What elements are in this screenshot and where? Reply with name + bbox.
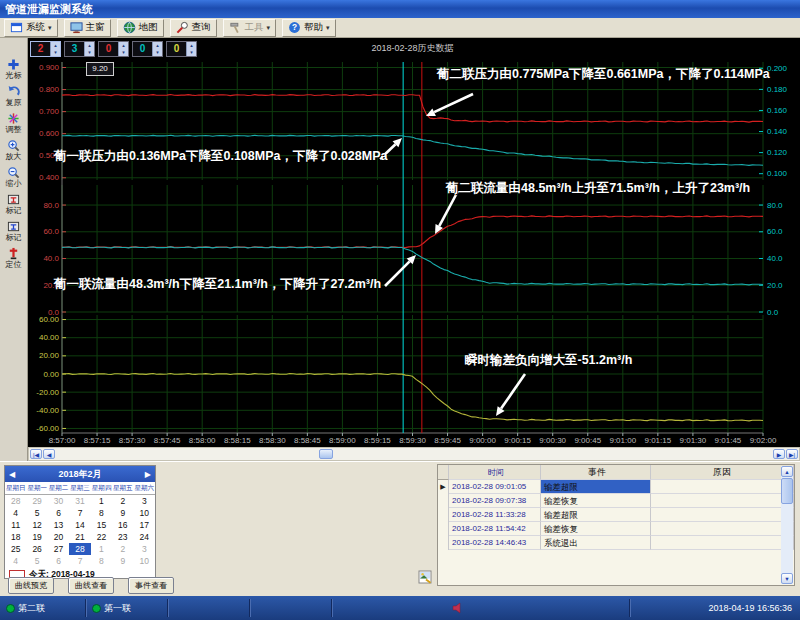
right-axis-label: 0.180 bbox=[767, 85, 788, 94]
calendar-day[interactable]: 4 bbox=[5, 507, 26, 519]
scroll-end-button[interactable]: ▶| bbox=[786, 449, 798, 459]
alarm-speaker-icon[interactable] bbox=[452, 602, 464, 614]
zoom-out-icon bbox=[7, 166, 20, 179]
calendar-day[interactable]: 19 bbox=[26, 531, 47, 543]
spinner-down-icon[interactable]: ▾ bbox=[51, 49, 60, 56]
calendar-day[interactable]: 1 bbox=[91, 543, 112, 555]
calendar-day[interactable]: 27 bbox=[48, 543, 69, 555]
time-scrollbar[interactable]: |◀ ◀ ▶ ▶| bbox=[28, 447, 800, 461]
event-row[interactable]: 2018-02-28 11:33:28输差超限 bbox=[438, 508, 794, 522]
calendar-day[interactable]: 7 bbox=[69, 555, 90, 567]
image-export-icon[interactable] bbox=[418, 570, 432, 584]
calendar-day[interactable]: 8 bbox=[91, 507, 112, 519]
statusbar-datetime: 2018-04-19 16:56:36 bbox=[708, 596, 792, 620]
calendar-day[interactable]: 8 bbox=[91, 555, 112, 567]
scroll-home-button[interactable]: |◀ bbox=[30, 449, 42, 459]
tool-zoom-out-button[interactable]: 缩小 bbox=[1, 166, 27, 189]
table-scrollbar-thumb[interactable] bbox=[781, 478, 793, 504]
trend-chart-area[interactable]: 0.9000.8000.7000.6000.5000.4000.2000.180… bbox=[28, 38, 800, 447]
curve-preview-button[interactable]: 曲线预览 bbox=[8, 577, 54, 594]
event-view-button[interactable]: 事件查看 bbox=[128, 577, 174, 594]
scroll-right-button[interactable]: ▶ bbox=[773, 449, 785, 459]
calendar-day[interactable]: 4 bbox=[5, 555, 26, 567]
weekday-label: 星期一 bbox=[26, 482, 47, 494]
scroll-left-button[interactable]: ◀ bbox=[43, 449, 55, 459]
calendar-day[interactable]: 1 bbox=[91, 495, 112, 507]
calendar-day[interactable]: 6 bbox=[48, 507, 69, 519]
calendar-day[interactable]: 2 bbox=[112, 495, 133, 507]
menu-query-button[interactable]: 查询 bbox=[170, 19, 217, 37]
calendar-day[interactable]: 31 bbox=[69, 495, 90, 507]
menu-map-button[interactable]: 地图 bbox=[117, 19, 164, 37]
calendar-day[interactable]: 18 bbox=[5, 531, 26, 543]
event-row[interactable]: 2018-02-28 14:46:43系统退出 bbox=[438, 536, 794, 550]
calendar-day[interactable]: 15 bbox=[91, 519, 112, 531]
scrollbar-thumb[interactable] bbox=[319, 449, 333, 459]
left-axis-label: 0.500 bbox=[39, 151, 60, 160]
calendar-day[interactable]: 2 bbox=[112, 543, 133, 555]
calendar-day[interactable]: 14 bbox=[69, 519, 90, 531]
calendar-day-selected[interactable]: 28 bbox=[69, 543, 90, 555]
column-header[interactable]: 事件 bbox=[541, 465, 651, 480]
calendar-day[interactable]: 29 bbox=[26, 495, 47, 507]
calendar-day[interactable]: 10 bbox=[134, 555, 155, 567]
trend-chart-svg[interactable]: 0.9000.8000.7000.6000.5000.4000.2000.180… bbox=[28, 38, 800, 447]
calendar-day[interactable]: 24 bbox=[134, 531, 155, 543]
calendar-day[interactable]: 13 bbox=[48, 519, 69, 531]
calendar-day[interactable]: 21 bbox=[69, 531, 90, 543]
tool-mark-blue-button[interactable]: 标记 bbox=[1, 220, 27, 243]
menu-help-button[interactable]: ?帮助▾ bbox=[282, 19, 336, 37]
menu-bar: 系统▾主窗地图查询工具▾?帮助▾ bbox=[0, 18, 800, 38]
calendar-day[interactable]: 17 bbox=[134, 519, 155, 531]
tool-mark-red-button[interactable]: 标记 bbox=[1, 193, 27, 216]
table-scrollbar[interactable]: ▲ ▼ bbox=[781, 466, 793, 584]
tool-locate-button[interactable]: 定位 bbox=[1, 247, 27, 270]
calendar-day[interactable]: 26 bbox=[26, 543, 47, 555]
calendar-day[interactable]: 5 bbox=[26, 555, 47, 567]
station-indicator-2[interactable]: 第一联 bbox=[92, 596, 131, 620]
calendar-day[interactable]: 12 bbox=[26, 519, 47, 531]
event-name-cell: 输差超限 bbox=[541, 480, 651, 494]
table-scroll-up-icon[interactable]: ▲ bbox=[781, 466, 793, 477]
annotation-arrow bbox=[501, 374, 525, 409]
tool-restore-button[interactable]: 复原 bbox=[1, 85, 27, 108]
calendar-day[interactable]: 22 bbox=[91, 531, 112, 543]
query-icon bbox=[176, 21, 189, 34]
calendar-day[interactable]: 3 bbox=[134, 495, 155, 507]
calendar-day[interactable]: 9 bbox=[112, 555, 133, 567]
menu-main-window-button[interactable]: 主窗 bbox=[64, 19, 111, 37]
calendar-day[interactable]: 20 bbox=[48, 531, 69, 543]
station-indicator-1[interactable]: 第二联 bbox=[6, 596, 45, 620]
column-header[interactable]: 时间 bbox=[449, 465, 541, 480]
tool-zoom-in-button[interactable]: 放大 bbox=[1, 139, 27, 162]
calendar-day[interactable]: 11 bbox=[5, 519, 26, 531]
curve-count-spinner-1[interactable]: 2▴▾ bbox=[30, 41, 61, 57]
calendar-day[interactable]: 16 bbox=[112, 519, 133, 531]
tool-adjust-button[interactable]: 调整 bbox=[1, 112, 27, 135]
event-row[interactable]: 2018-02-28 09:07:38输差恢复 bbox=[438, 494, 794, 508]
menu-system-button[interactable]: 系统▾ bbox=[4, 19, 58, 37]
calendar-day[interactable]: 28 bbox=[5, 495, 26, 507]
locate-icon bbox=[7, 247, 20, 260]
calendar-day[interactable]: 7 bbox=[69, 507, 90, 519]
calendar-day[interactable]: 30 bbox=[48, 495, 69, 507]
event-row[interactable]: 2018-02-28 11:54:42输差恢复 bbox=[438, 522, 794, 536]
calendar-day[interactable]: 25 bbox=[5, 543, 26, 555]
curve-view-button[interactable]: 曲线查看 bbox=[68, 577, 114, 594]
calendar-day[interactable]: 6 bbox=[48, 555, 69, 567]
window-title-bar[interactable]: 管道泄漏监测系统 bbox=[0, 0, 800, 18]
calendar-day[interactable]: 23 bbox=[112, 531, 133, 543]
calendar-day[interactable]: 3 bbox=[134, 543, 155, 555]
x-axis-label: 8:58:15 bbox=[224, 436, 251, 445]
x-axis-label: 9:01:45 bbox=[715, 436, 742, 445]
tool-cursor-button[interactable]: 光标 bbox=[1, 58, 27, 81]
column-header[interactable]: 原因 bbox=[651, 465, 794, 480]
calendar-day[interactable]: 9 bbox=[112, 507, 133, 519]
calendar-day[interactable]: 5 bbox=[26, 507, 47, 519]
menu-tools-button[interactable]: 工具▾ bbox=[223, 19, 277, 37]
calendar-next-icon[interactable]: ▶ bbox=[145, 470, 151, 479]
calendar-day[interactable]: 10 bbox=[134, 507, 155, 519]
table-scroll-down-icon[interactable]: ▼ bbox=[781, 573, 793, 584]
event-row[interactable]: ▶2018-02-28 09:01:05输差超限 bbox=[438, 480, 794, 494]
calendar-prev-icon[interactable]: ◀ bbox=[9, 470, 15, 479]
